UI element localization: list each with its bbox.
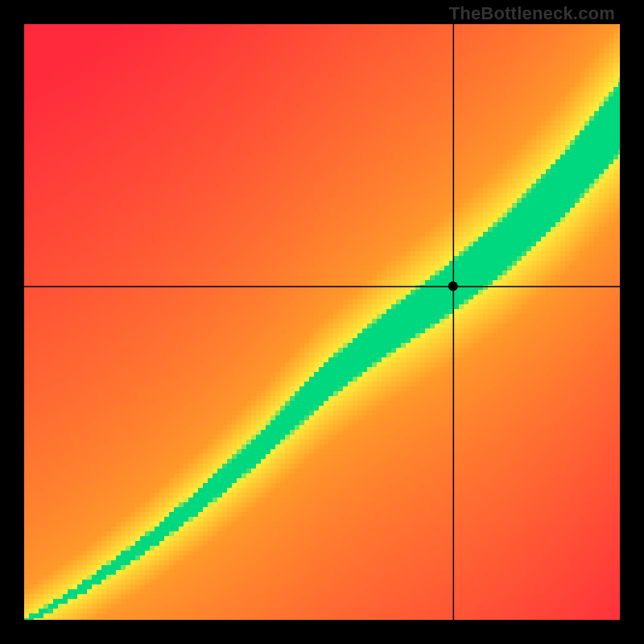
- bottleneck-heatmap: [24, 24, 620, 620]
- heatmap-container: [24, 24, 620, 620]
- watermark-text: TheBottleneck.com: [449, 3, 615, 24]
- chart-frame: TheBottleneck.com: [0, 0, 644, 644]
